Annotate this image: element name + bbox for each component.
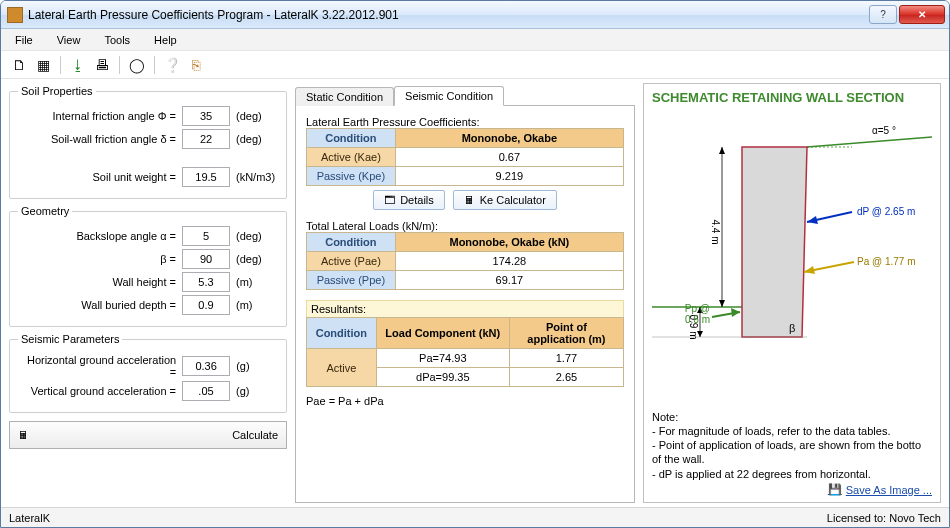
kh-input[interactable] bbox=[182, 356, 230, 376]
beta-input[interactable] bbox=[182, 249, 230, 269]
kv-input[interactable] bbox=[182, 381, 230, 401]
tab-static[interactable]: Static Condition bbox=[295, 87, 394, 106]
tab-seismic[interactable]: Seismic Condition bbox=[394, 86, 504, 106]
pae-label: Active (Pae) bbox=[307, 252, 396, 271]
kh-unit: (g) bbox=[236, 360, 278, 372]
soil-properties-group: Soil Properties Internal friction angle … bbox=[9, 85, 287, 199]
svg-text:4.4 m: 4.4 m bbox=[710, 220, 721, 245]
loads-table: Condition Mononobe, Okabe (kN) Active (P… bbox=[306, 232, 624, 290]
depth-label: Wall buried depth = bbox=[81, 299, 176, 311]
color-icon[interactable]: ◯ bbox=[127, 55, 147, 75]
help-button[interactable]: ? bbox=[869, 5, 897, 24]
svg-line-1 bbox=[807, 137, 932, 147]
titlebar: Lateral Earth Pressure Coefficients Prog… bbox=[1, 1, 949, 29]
alpha-input[interactable] bbox=[182, 226, 230, 246]
svg-text:0.6 m: 0.6 m bbox=[685, 314, 710, 325]
window-title: Lateral Earth Pressure Coefficients Prog… bbox=[28, 8, 399, 22]
schematic-svg: 4.4 m 0.9 m α=5 ° dP @ 2.65 m Pa @ 1.77 bbox=[652, 112, 932, 352]
save-label: Save As Image ... bbox=[846, 484, 932, 496]
soil-legend: Soil Properties bbox=[18, 85, 96, 97]
depth-input[interactable] bbox=[182, 295, 230, 315]
ppe-label: Passive (Ppe) bbox=[307, 271, 396, 290]
exit-icon[interactable]: ⎘ bbox=[186, 55, 206, 75]
kecalc-label: Ke Calculator bbox=[480, 194, 546, 206]
separator bbox=[60, 56, 61, 74]
menu-help[interactable]: Help bbox=[150, 32, 181, 48]
app-icon bbox=[7, 7, 23, 23]
gamma-input[interactable] bbox=[182, 167, 230, 187]
phi-input[interactable] bbox=[182, 106, 230, 126]
menu-tools[interactable]: Tools bbox=[100, 32, 134, 48]
save-icon: 💾 bbox=[828, 483, 842, 496]
height-unit: (m) bbox=[236, 276, 278, 288]
svg-marker-15 bbox=[807, 216, 818, 224]
note3: - dP is applied at 22 degrees from horiz… bbox=[652, 467, 932, 481]
resultants-table: Condition Load Component (kN) Point of a… bbox=[306, 317, 624, 387]
resultants-title: Resultants: bbox=[306, 300, 624, 317]
svg-text:Pp @: Pp @ bbox=[685, 303, 710, 314]
details-button[interactable]: 🗔 Details bbox=[373, 190, 445, 210]
res-comp-hdr: Load Component (kN) bbox=[376, 318, 509, 349]
close-button[interactable]: ✕ bbox=[899, 5, 945, 24]
calculate-label: Calculate bbox=[232, 429, 278, 441]
ke-calculator-button[interactable]: 🖩 Ke Calculator bbox=[453, 190, 557, 210]
alpha-unit: (deg) bbox=[236, 230, 278, 242]
loads-cond-hdr: Condition bbox=[307, 233, 396, 252]
beta-label: β = bbox=[160, 253, 176, 265]
menubar: File View Tools Help bbox=[1, 29, 949, 51]
height-input[interactable] bbox=[182, 272, 230, 292]
status-left: LateralK bbox=[9, 512, 50, 524]
export-icon[interactable]: ⭳ bbox=[68, 55, 88, 75]
kv-unit: (g) bbox=[236, 385, 278, 397]
phi-label: Internal friction angle Φ = bbox=[53, 110, 176, 122]
res-pa-h: 1.77 bbox=[509, 349, 623, 368]
delta-unit: (deg) bbox=[236, 133, 278, 145]
res-dpa: dPa=99.35 bbox=[376, 368, 509, 387]
seismic-legend: Seismic Parameters bbox=[18, 333, 122, 345]
calculate-button[interactable]: 🖩 Calculate bbox=[9, 421, 287, 449]
svg-text:Pa @ 1.77 m: Pa @ 1.77 m bbox=[857, 256, 916, 267]
svg-marker-21 bbox=[731, 308, 740, 317]
beta-unit: (deg) bbox=[236, 253, 278, 265]
phi-unit: (deg) bbox=[236, 110, 278, 122]
seismic-params-group: Seismic Parameters Horizontal ground acc… bbox=[9, 333, 287, 413]
grid-icon[interactable]: ▦ bbox=[33, 55, 53, 75]
geometry-legend: Geometry bbox=[18, 205, 72, 217]
print-icon[interactable]: 🖶 bbox=[92, 55, 112, 75]
save-as-image-link[interactable]: 💾 Save As Image ... bbox=[652, 483, 932, 496]
kae-value: 0.67 bbox=[395, 148, 623, 167]
kpe-value: 9.219 bbox=[395, 167, 623, 186]
svg-marker-3 bbox=[742, 147, 807, 337]
kae-label: Active (Kae) bbox=[307, 148, 396, 167]
coeffs-method-hdr: Mononobe, Okabe bbox=[395, 129, 623, 148]
note1: - For magnitude of loads, refer to the d… bbox=[652, 424, 932, 438]
status-right: Licensed to: Novo Tech bbox=[827, 512, 941, 524]
svg-marker-18 bbox=[804, 266, 815, 274]
kpe-label: Passive (Kpe) bbox=[307, 167, 396, 186]
menu-file[interactable]: File bbox=[11, 32, 37, 48]
kh-label: Horizontal ground acceleration = bbox=[18, 354, 176, 378]
coeffs-table: Condition Mononobe, Okabe Active (Kae) 0… bbox=[306, 128, 624, 186]
delta-input[interactable] bbox=[182, 129, 230, 149]
svg-marker-7 bbox=[719, 300, 725, 307]
gamma-label: Soil unit weight = bbox=[93, 171, 176, 183]
toolbar: 🗋 ▦ ⭳ 🖶 ◯ ❔ ⎘ bbox=[1, 51, 949, 79]
schematic-panel: SCHEMATIC RETAINING WALL SECTION 4.4 m bbox=[643, 83, 941, 503]
separator bbox=[154, 56, 155, 74]
delta-label: Soil-wall friction angle δ = bbox=[51, 133, 176, 145]
help-icon[interactable]: ❔ bbox=[162, 55, 182, 75]
menu-view[interactable]: View bbox=[53, 32, 85, 48]
height-label: Wall height = bbox=[113, 276, 177, 288]
ppe-value: 69.17 bbox=[395, 271, 623, 290]
details-label: Details bbox=[400, 194, 434, 206]
gamma-unit: (kN/m3) bbox=[236, 171, 278, 183]
new-icon[interactable]: 🗋 bbox=[9, 55, 29, 75]
kv-label: Vertical ground acceleration = bbox=[31, 385, 176, 397]
resultants-footnote: Pae = Pa + dPa bbox=[306, 395, 624, 407]
details-icon: 🗔 bbox=[384, 194, 395, 206]
res-dpa-h: 2.65 bbox=[509, 368, 623, 387]
res-cond-hdr: Condition bbox=[307, 318, 377, 349]
note2: - Point of application of loads, are sho… bbox=[652, 438, 932, 467]
geometry-group: Geometry Backslope angle α = (deg) β = (… bbox=[9, 205, 287, 327]
coeffs-title: Lateral Earth Pressure Coefficients: bbox=[306, 116, 624, 128]
